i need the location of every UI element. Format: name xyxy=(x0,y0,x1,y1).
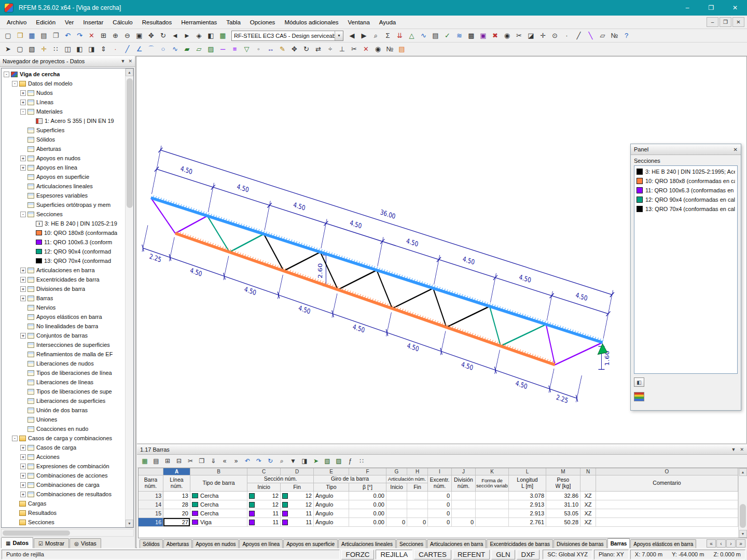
new-support[interactable]: ▽ xyxy=(241,44,253,55)
export-excel[interactable]: ▨ xyxy=(333,456,344,466)
cell-forma-seccion[interactable] xyxy=(476,518,509,527)
tree-item[interactable]: + Combinaciones de carga xyxy=(2,480,125,489)
tree-item[interactable]: + Acciones xyxy=(2,452,125,461)
table-close-icon[interactable]: ✕ xyxy=(740,447,744,452)
connect-lines[interactable]: ⊥ xyxy=(336,44,348,55)
rotate-copy[interactable]: ↻ xyxy=(300,44,312,55)
maximize-button[interactable]: ❐ xyxy=(699,0,723,16)
cell-comentario[interactable] xyxy=(596,509,738,518)
column-letter[interactable]: K xyxy=(476,468,509,475)
diagonal-member[interactable] xyxy=(555,342,603,365)
show-tables[interactable]: ▦ xyxy=(217,30,229,41)
tree-expander-icon[interactable]: - xyxy=(20,212,26,217)
next-load-case[interactable]: ▶ xyxy=(358,30,370,41)
fill-down[interactable]: ⇓ xyxy=(208,456,219,466)
scrollbar-thumb[interactable] xyxy=(127,78,133,208)
cell-peso[interactable]: 31.10 xyxy=(546,500,580,509)
search[interactable]: ⌕ xyxy=(370,30,382,41)
tree-item[interactable]: + Nudos xyxy=(2,88,125,97)
tree-item[interactable]: + Divisiones de barra xyxy=(2,284,125,293)
tree-expander-icon[interactable] xyxy=(20,202,26,208)
panel-title-bar[interactable]: Panel ✕ xyxy=(631,144,741,155)
cell-linea[interactable]: 20 xyxy=(163,509,190,518)
tree-expander-icon[interactable] xyxy=(20,398,26,404)
design-case-combo[interactable]: RF-STEEL EC3 CA5 - Design serviceabili ▼ xyxy=(231,31,343,41)
insert-surface[interactable]: ▱ xyxy=(597,30,608,41)
tree-item[interactable]: Superficies ortótropas y mem xyxy=(2,200,125,209)
delete-row[interactable]: ⊟ xyxy=(173,456,185,466)
show-results[interactable]: ∿ xyxy=(418,30,430,41)
cell-linea[interactable]: 28 xyxy=(163,500,190,509)
tree-item[interactable]: 11: QRO 100x6.3 (conform xyxy=(2,237,125,247)
menu-item[interactable]: Ayuda xyxy=(375,17,400,28)
status-toggle[interactable]: CARTES xyxy=(414,550,451,559)
diagonal-member[interactable] xyxy=(501,325,546,346)
new-opening[interactable]: ▱ xyxy=(193,44,205,55)
tree-item[interactable]: Apoyos elásticos en barra xyxy=(2,312,125,321)
tree-expander-icon[interactable]: + xyxy=(20,90,26,96)
tree-item[interactable]: + Casos de carga xyxy=(2,443,125,452)
cell-peso[interactable]: 32.86 xyxy=(546,492,580,500)
menu-item[interactable]: Opciones xyxy=(245,17,280,28)
rotate-view[interactable]: ↻ xyxy=(157,30,169,41)
tree-expander-icon[interactable] xyxy=(20,352,26,357)
chevron-down-icon[interactable]: ▼ xyxy=(335,31,343,40)
cell-articulacion-fin[interactable]: 0 xyxy=(407,518,428,527)
tree-expander-icon[interactable]: + xyxy=(20,296,26,301)
menu-item[interactable]: Edición xyxy=(31,17,60,28)
diagonal-member[interactable] xyxy=(447,306,490,327)
cell-articulacion-inicio[interactable] xyxy=(386,492,407,500)
show-loads[interactable]: ⇊ xyxy=(394,30,406,41)
cell-beta[interactable]: 0.00 xyxy=(349,492,386,500)
diagonal-member[interactable] xyxy=(229,234,264,252)
tree-expander-icon[interactable]: + xyxy=(20,473,26,479)
tree-item[interactable]: Tipos de liberaciones de línea xyxy=(2,368,125,377)
tree-item[interactable]: - Secciones xyxy=(2,209,125,219)
menu-item[interactable]: Ventana xyxy=(343,17,375,28)
panel-display-options-button[interactable]: ◧ xyxy=(634,377,644,387)
renumber[interactable]: № xyxy=(608,30,620,41)
cell-seccion-fin[interactable]: 11 xyxy=(281,518,314,527)
tree-item[interactable]: - Materiales xyxy=(2,107,125,116)
insert-row[interactable]: ⊞ xyxy=(162,456,173,466)
tree-expander-icon[interactable]: - xyxy=(20,109,26,115)
cell-longitud[interactable]: 2.913 xyxy=(509,500,546,509)
cell-articulacion-fin[interactable] xyxy=(407,509,428,518)
tree-expander-icon[interactable] xyxy=(29,230,34,236)
new-comment[interactable]: ✎ xyxy=(276,44,288,55)
tree-expander-icon[interactable]: - xyxy=(12,436,18,441)
tree-expander-icon[interactable] xyxy=(12,510,18,516)
cell-tipo-barra[interactable]: Cercha xyxy=(190,500,247,509)
tree-expander-icon[interactable] xyxy=(20,184,26,189)
import-excel[interactable]: ▧ xyxy=(322,456,333,466)
tree-item[interactable]: 3: HE B 240 | DIN 1025-2:19 xyxy=(2,219,125,228)
table-tab[interactable]: Articulaciones lineales xyxy=(338,539,396,548)
cell-articulacion-inicio[interactable]: 0 xyxy=(386,518,407,527)
tree-expander-icon[interactable] xyxy=(20,426,26,432)
navigator-tab[interactable]: ☑ Mostrar xyxy=(34,538,69,548)
legend-item[interactable]: 10: QRO 180x8 (conformadas en ca xyxy=(635,176,736,186)
navigator-tab[interactable]: ◎ Vistas xyxy=(70,538,101,548)
table-tab[interactable]: Excentricidades de barras xyxy=(487,539,553,548)
superpose-results[interactable]: Σ xyxy=(382,30,394,41)
copy-row[interactable]: ❐ xyxy=(196,456,208,466)
tree-expander-icon[interactable]: + xyxy=(20,100,26,105)
cell-forma-seccion[interactable] xyxy=(476,509,509,518)
column-letter[interactable]: F xyxy=(349,468,386,475)
cell-tipo-barra[interactable]: Viga xyxy=(190,518,247,527)
diagonal-member[interactable] xyxy=(284,252,320,271)
column-letter[interactable]: I xyxy=(428,468,452,475)
cell-articulacion-fin[interactable] xyxy=(407,500,428,509)
tree-expander-icon[interactable] xyxy=(20,361,26,367)
tree-item[interactable]: + Conjuntos de barras xyxy=(2,331,125,340)
cell-peso[interactable]: 50.28 xyxy=(546,518,580,527)
show-numbering[interactable]: № xyxy=(384,44,396,55)
show-axes[interactable]: ✛ xyxy=(537,30,549,41)
tree-expander-icon[interactable] xyxy=(20,128,26,133)
filter[interactable]: ▼ xyxy=(287,456,299,466)
next-view[interactable]: ► xyxy=(181,30,193,41)
show-navigator[interactable]: ◧ xyxy=(205,30,217,41)
panel-close-icon[interactable]: ✕ xyxy=(734,147,738,152)
generate-mesh[interactable]: ▩ xyxy=(465,30,477,41)
legend-item[interactable]: 13: QRO 70x4 (conformadas en cali xyxy=(635,204,736,214)
